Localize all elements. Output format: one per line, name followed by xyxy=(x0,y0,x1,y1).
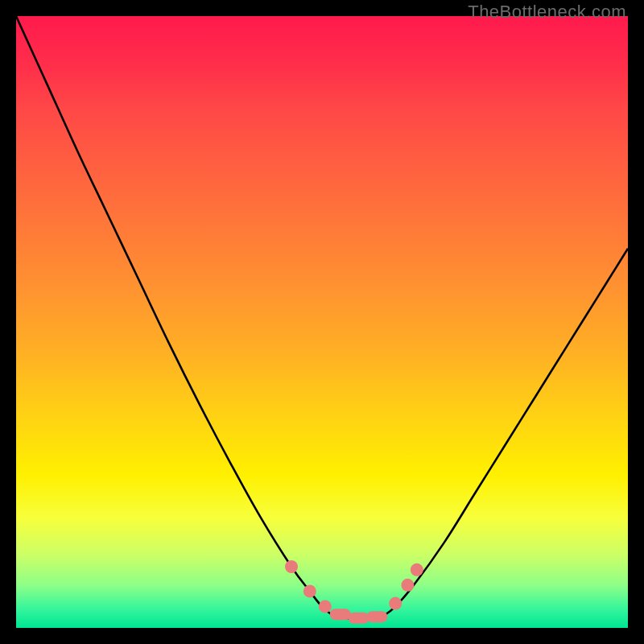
plot-area xyxy=(16,16,628,628)
curve-marker-dot xyxy=(285,560,298,573)
curve-marker-pill xyxy=(366,611,387,622)
curve-marker-dot xyxy=(319,600,332,613)
chart-frame: TheBottleneck.com xyxy=(0,0,644,644)
bottleneck-curve xyxy=(16,16,628,619)
curve-marker-pill xyxy=(330,609,351,620)
curve-marker-pill xyxy=(349,613,369,624)
curve-marker-dot xyxy=(411,564,423,576)
curve-marker-dot xyxy=(389,597,402,610)
curve-markers xyxy=(285,560,423,624)
bottleneck-curve-svg xyxy=(16,16,628,628)
watermark-text: TheBottleneck.com xyxy=(468,2,626,23)
curve-marker-dot xyxy=(401,579,414,592)
curve-marker-dot xyxy=(303,584,316,597)
